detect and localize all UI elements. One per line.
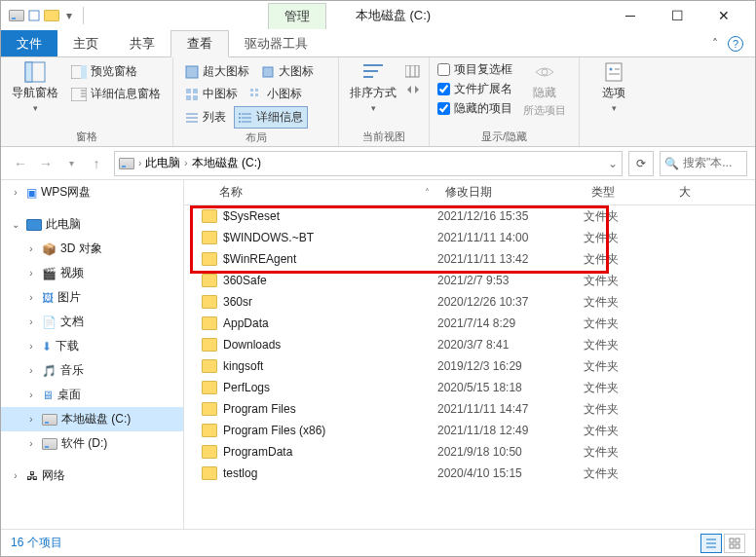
file-date: 2021/11/18 12:49 — [437, 424, 584, 437]
table-row[interactable]: Downloads2020/3/7 8:41文件夹 — [184, 334, 755, 355]
contextual-tab-manage[interactable]: 管理 — [268, 3, 326, 29]
nav-item[interactable]: ›📦3D 对象 — [1, 237, 183, 261]
file-name: PerfLogs — [223, 381, 437, 394]
icons-view-switch[interactable] — [724, 534, 745, 553]
minimize-button[interactable]: ─ — [611, 2, 650, 29]
col-size[interactable]: 大 — [671, 184, 710, 201]
chevron-right-icon[interactable]: › — [184, 158, 187, 168]
close-button[interactable]: ✕ — [704, 2, 743, 29]
search-input[interactable]: 🔍 搜索"本... — [660, 151, 747, 176]
table-row[interactable]: $WINDOWS.~BT2021/11/11 14:00文件夹 — [184, 227, 755, 248]
extra-large-icons[interactable]: 超大图标 — [181, 61, 253, 82]
sort-button[interactable]: 排序方式 ▾ — [347, 61, 399, 113]
file-date: 2020/12/26 10:37 — [437, 295, 584, 309]
nav-wps[interactable]: ›▣WPS网盘 — [1, 180, 183, 204]
svg-rect-44 — [730, 544, 734, 548]
nav-item[interactable]: ›本地磁盘 (C:) — [1, 407, 183, 431]
up-button[interactable]: ↑ — [85, 152, 108, 175]
preview-pane-button[interactable]: 预览窗格 — [67, 61, 165, 82]
table-row[interactable]: Program Files (x86)2021/11/18 12:49文件夹 — [184, 420, 755, 441]
file-extensions[interactable]: 文件扩展名 — [437, 81, 512, 97]
details-pane-button[interactable]: 详细信息窗格 — [67, 84, 165, 104]
file-rows[interactable]: $SysReset2021/12/16 15:35文件夹$WINDOWS.~BT… — [184, 205, 755, 529]
file-name: $WinREAgent — [223, 252, 437, 266]
options-button[interactable]: 选项 ▾ — [587, 61, 640, 113]
list-view[interactable]: 列表 — [181, 106, 230, 129]
file-name: Program Files — [223, 402, 437, 416]
breadcrumb-segment[interactable]: 本地磁盘 (C:) — [192, 155, 261, 171]
chevron-right-icon[interactable]: › — [138, 158, 141, 168]
table-row[interactable]: PerfLogs2020/5/15 18:18文件夹 — [184, 377, 755, 398]
table-row[interactable]: 360Safe2021/2/7 9:53文件夹 — [184, 270, 755, 291]
medium-icons[interactable]: 中图标 — [181, 84, 242, 104]
nav-item[interactable]: ›⬇下载 — [1, 334, 183, 358]
nav-this-pc[interactable]: ⌄此电脑 — [1, 212, 183, 237]
table-row[interactable]: $SysReset2021/12/16 15:35文件夹 — [184, 205, 755, 227]
file-type: 文件夹 — [584, 230, 671, 246]
col-name[interactable]: 名称˄ — [184, 184, 437, 201]
chevron-down-icon[interactable]: ⌄ — [608, 157, 618, 170]
details-view-switch[interactable] — [700, 534, 722, 553]
file-name: AppData — [223, 316, 437, 330]
nav-item[interactable]: ›🎬视频 — [1, 261, 183, 285]
file-date: 2021/11/11 13:42 — [437, 252, 584, 266]
table-row[interactable]: testlog2020/4/10 15:15文件夹 — [184, 463, 755, 484]
nav-item[interactable]: ›🖥桌面 — [1, 383, 183, 407]
divider — [83, 7, 84, 24]
item-count: 16 个项目 — [11, 535, 62, 551]
table-row[interactable]: AppData2021/7/14 8:29文件夹 — [184, 313, 755, 334]
col-type[interactable]: 类型 — [584, 184, 671, 201]
svg-rect-14 — [193, 95, 198, 100]
file-type: 文件夹 — [584, 273, 671, 289]
tab-home[interactable]: 主页 — [57, 30, 114, 56]
svg-rect-9 — [186, 66, 198, 78]
item-checkboxes[interactable]: 项目复选框 — [437, 61, 512, 78]
history-dropdown[interactable]: ▾ — [59, 152, 83, 175]
nav-item[interactable]: ›🎵音乐 — [1, 358, 183, 383]
add-columns-icon[interactable] — [405, 65, 421, 79]
back-button[interactable]: ← — [9, 152, 32, 175]
qat-overflow[interactable]: ▾ — [61, 8, 77, 23]
small-icons[interactable]: 小图标 — [246, 84, 306, 104]
hide-selected-button[interactable]: 隐藏 所选项目 — [518, 61, 571, 118]
hidden-items[interactable]: 隐藏的项目 — [437, 100, 512, 117]
svg-rect-15 — [250, 89, 253, 92]
qat-item[interactable] — [26, 8, 42, 23]
navigation-pane[interactable]: ›▣WPS网盘 ⌄此电脑 ›📦3D 对象›🎬视频›🖼图片›📄文档›⬇下载›🎵音乐… — [1, 180, 184, 529]
breadcrumb[interactable]: › 此电脑 › 本地磁盘 (C:) ⌄ — [114, 151, 623, 176]
folder-icon — [202, 295, 217, 309]
file-name: Program Files (x86) — [223, 424, 437, 437]
ribbon-collapse-icon[interactable]: ˄ — [712, 37, 718, 51]
nav-item[interactable]: ›📄文档 — [1, 310, 183, 334]
forward-button[interactable]: → — [34, 152, 57, 175]
qat-item[interactable] — [44, 8, 59, 23]
nav-network[interactable]: ›🖧网络 — [1, 464, 183, 488]
table-row[interactable]: $WinREAgent2021/11/11 13:42文件夹 — [184, 248, 755, 270]
navigation-pane-button[interactable]: 导航窗格 ▾ — [9, 61, 61, 113]
maximize-button[interactable]: ☐ — [658, 2, 697, 29]
tab-drive-tools[interactable]: 驱动器工具 — [229, 30, 323, 56]
group-label: 窗格 — [9, 128, 165, 144]
refresh-button[interactable]: ⟳ — [628, 151, 654, 176]
col-date[interactable]: 修改日期 — [437, 184, 584, 201]
table-row[interactable]: kingsoft2019/12/3 16:29文件夹 — [184, 355, 755, 377]
table-row[interactable]: Program Files2021/11/11 14:47文件夹 — [184, 398, 755, 420]
folder-icon: 🎵 — [42, 364, 57, 378]
file-type: 文件夹 — [584, 294, 671, 311]
help-icon[interactable]: ? — [728, 36, 743, 52]
table-row[interactable]: ProgramData2021/9/18 10:50文件夹 — [184, 441, 755, 463]
breadcrumb-segment[interactable]: 此电脑 — [145, 155, 180, 171]
folder-icon: ⬇ — [42, 340, 52, 353]
svg-rect-13 — [186, 95, 191, 100]
nav-item[interactable]: ›🖼图片 — [1, 285, 183, 310]
ribbon: 导航窗格 ▾ 预览窗格 详细信息窗格 窗格 超大图标 大图标 中图标 小图标 列… — [1, 57, 755, 147]
table-row[interactable]: 360sr2020/12/26 10:37文件夹 — [184, 291, 755, 313]
nav-item[interactable]: ›软件 (D:) — [1, 431, 183, 456]
tab-file[interactable]: 文件 — [1, 30, 57, 56]
group-label — [587, 130, 640, 144]
tab-share[interactable]: 共享 — [114, 30, 170, 56]
large-icons[interactable]: 大图标 — [257, 61, 318, 82]
size-columns-icon[interactable] — [405, 83, 421, 96]
tab-view[interactable]: 查看 — [170, 30, 229, 57]
details-view[interactable]: 详细信息 — [234, 106, 308, 129]
